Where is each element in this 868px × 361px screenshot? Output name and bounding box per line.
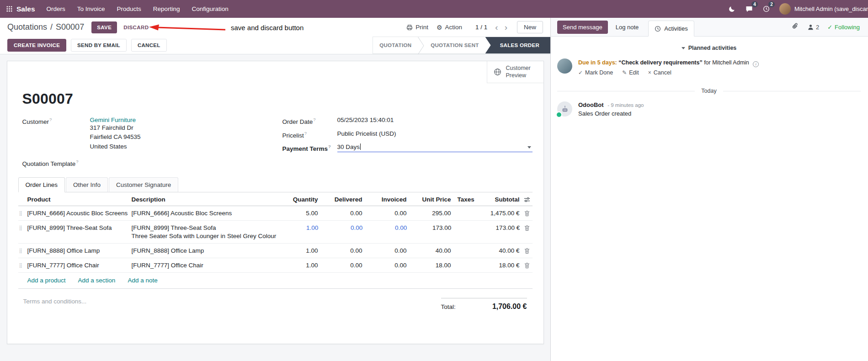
cell-quantity[interactable]: 1.00 — [278, 221, 320, 243]
form-sheet: Customer Preview S00007 Customer? Gemini… — [7, 61, 544, 344]
followers-button[interactable]: 2 — [807, 24, 819, 31]
tab-customer-signature[interactable]: Customer Signature — [109, 177, 178, 192]
clock-icon — [655, 26, 661, 32]
attach-files-button[interactable] — [792, 23, 799, 31]
cell-taxes[interactable] — [453, 206, 489, 220]
tab-order-lines[interactable]: Order Lines — [18, 177, 65, 192]
table-row[interactable]: ⣿ [FURN_8888] Office Lamp [FURN_8888] Of… — [18, 244, 533, 258]
robot-icon — [561, 105, 569, 113]
cell-description-line2: Three Seater Sofa with Lounger in Steel … — [132, 233, 277, 239]
stage-quotation[interactable]: QUOTATION — [373, 37, 418, 53]
pager-next-button[interactable]: › — [501, 23, 511, 32]
app-name: Sales — [16, 5, 35, 13]
pricelist-value[interactable]: Public Pricelist (USD) — [337, 130, 533, 139]
cell-product[interactable]: [FURN_6666] Acoustic Bloc Screens — [26, 206, 130, 220]
mark-done-button[interactable]: ✓ Mark Done — [578, 69, 613, 76]
customer-link[interactable]: Gemini Furniture — [90, 117, 136, 123]
drag-handle-icon[interactable]: ⣿ — [18, 258, 26, 272]
cancel-activity-button[interactable]: × Cancel — [648, 69, 671, 76]
chevron-down-icon[interactable] — [527, 146, 531, 149]
create-invoice-button[interactable]: CREATE INVOICE — [7, 39, 66, 52]
delete-row-button[interactable] — [522, 244, 533, 258]
cell-description[interactable]: [FURN_6666] Acoustic Bloc Screens — [130, 206, 278, 220]
quotation-template-value[interactable] — [90, 159, 282, 167]
stage-sales-order[interactable]: SALES ORDER — [485, 37, 550, 53]
nav-item-to-invoice[interactable]: To Invoice — [71, 0, 111, 18]
cell-description[interactable]: [FURN_7777] Office Chair — [130, 258, 278, 272]
cell-product[interactable]: [FURN_8888] Office Lamp — [26, 244, 130, 258]
add-product-link[interactable]: Add a product — [27, 277, 66, 284]
order-total: Total: 1,706.00 € — [441, 298, 527, 311]
cell-unit-price[interactable]: 18.00 — [409, 258, 453, 272]
activities-button[interactable]: 2 — [758, 0, 775, 18]
cell-delivered[interactable]: 0.00 — [320, 206, 364, 220]
delete-row-button[interactable] — [522, 258, 533, 272]
cell-invoiced[interactable]: 0.00 — [364, 221, 409, 243]
nav-item-products[interactable]: Products — [111, 0, 147, 18]
drag-handle-icon[interactable]: ⣿ — [18, 206, 26, 220]
action-button[interactable]: ⚙ Action — [432, 21, 466, 33]
drag-handle-icon[interactable]: ⣿ — [18, 244, 26, 258]
info-icon[interactable]: i — [753, 61, 759, 67]
dark-mode-toggle[interactable] — [724, 0, 740, 18]
cell-unit-price[interactable]: 295.00 — [409, 206, 453, 220]
pager-previous-button[interactable]: ‹ — [492, 23, 501, 32]
save-button[interactable]: SAVE — [91, 21, 117, 33]
cell-invoiced[interactable]: 0.00 — [364, 244, 409, 258]
customer-preview-button[interactable]: Customer Preview — [487, 61, 543, 83]
cell-taxes[interactable] — [453, 221, 489, 243]
cancel-order-button[interactable]: CANCEL — [131, 39, 167, 52]
print-button[interactable]: Print — [402, 21, 432, 33]
table-row[interactable]: ⣿ [FURN_7777] Office Chair [FURN_7777] O… — [18, 258, 533, 273]
cell-invoiced[interactable]: 0.00 — [364, 206, 409, 220]
following-button[interactable]: ✓ Following — [827, 24, 860, 31]
cell-quantity[interactable]: 5.00 — [278, 206, 320, 220]
edit-activity-button[interactable]: ✎ Edit — [622, 69, 639, 76]
cell-quantity[interactable]: 1.00 — [278, 258, 320, 272]
log-note-button[interactable]: Log note — [611, 21, 644, 33]
delete-row-button[interactable] — [522, 206, 533, 220]
nav-item-configuration[interactable]: Configuration — [186, 0, 234, 18]
apps-menu[interactable]: Sales — [3, 0, 41, 18]
nav-item-orders[interactable]: Orders — [41, 0, 71, 18]
send-message-button[interactable]: Send message — [557, 21, 608, 34]
discard-button[interactable]: DISCARD — [119, 22, 153, 33]
table-row[interactable]: ⣿ [FURN_8999] Three-Seat Sofa [FURN_8999… — [18, 221, 533, 244]
add-section-link[interactable]: Add a section — [78, 277, 116, 284]
delete-row-button[interactable] — [522, 221, 533, 243]
cell-unit-price[interactable]: 173.00 — [409, 221, 453, 243]
messages-button[interactable]: 4 — [740, 0, 758, 18]
cell-delivered[interactable]: 0.00 — [320, 244, 364, 258]
cell-invoiced[interactable]: 0.00 — [364, 258, 409, 272]
activities-tab[interactable]: Activities — [648, 21, 694, 37]
planned-activities-header[interactable]: Planned activities — [557, 45, 861, 51]
tab-other-info[interactable]: Other Info — [66, 177, 108, 192]
drag-handle-icon[interactable]: ⣿ — [18, 221, 26, 243]
activity-avatar[interactable] — [557, 58, 572, 74]
cell-description[interactable]: [FURN_8999] Three-Seat Sofa Three Seater… — [130, 221, 278, 243]
message-author[interactable]: OdooBot — [578, 101, 604, 108]
table-row[interactable]: ⣿ [FURN_6666] Acoustic Bloc Screens [FUR… — [18, 206, 533, 221]
nav-item-reporting[interactable]: Reporting — [147, 0, 186, 18]
terms-placeholder[interactable]: Terms and conditions... — [23, 298, 87, 311]
cell-product[interactable]: [FURN_7777] Office Chair — [26, 258, 130, 272]
new-button[interactable]: New — [517, 21, 543, 33]
quotation-template-label: Quotation Template? — [22, 159, 90, 167]
breadcrumb-quotations[interactable]: Quotations — [7, 22, 47, 32]
order-date-value[interactable]: 05/25/2023 15:40:01 — [337, 117, 533, 125]
odoobot-avatar[interactable] — [557, 101, 572, 117]
cell-delivered[interactable]: 0.00 — [320, 258, 364, 272]
optional-columns-button[interactable] — [522, 192, 533, 206]
cell-description[interactable]: [FURN_8888] Office Lamp — [130, 244, 278, 258]
cell-delivered[interactable]: 0.00 — [320, 221, 364, 243]
stage-quotation-sent[interactable]: QUOTATION SENT — [424, 37, 485, 53]
cell-unit-price[interactable]: 40.00 — [409, 244, 453, 258]
add-note-link[interactable]: Add a note — [128, 277, 157, 284]
user-menu[interactable]: Mitchell Admin (save_discar — [775, 0, 868, 18]
cell-taxes[interactable] — [453, 258, 489, 272]
cell-product[interactable]: [FURN_8999] Three-Seat Sofa — [26, 221, 130, 243]
cell-quantity[interactable]: 1.00 — [278, 244, 320, 258]
send-by-email-button[interactable]: SEND BY EMAIL — [71, 39, 127, 52]
payment-terms-input[interactable]: 30 Days — [337, 143, 533, 152]
cell-taxes[interactable] — [453, 244, 489, 258]
